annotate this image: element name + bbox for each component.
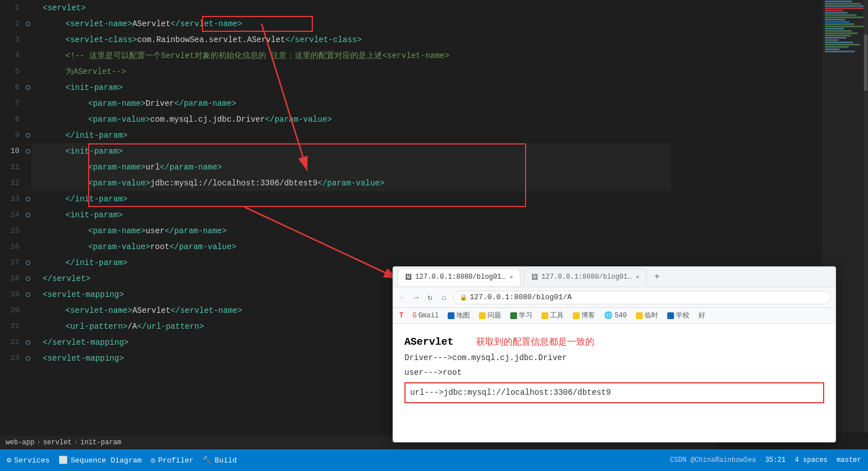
ln-16: 16 xyxy=(0,239,19,255)
spaces-indicator: 4 spaces xyxy=(795,456,828,464)
ln-18: 18 xyxy=(0,271,19,287)
content-line-url: url--->jdbc:mysql://localhost:3306/dbtes… xyxy=(410,386,819,400)
gd-2 xyxy=(24,16,31,32)
status-right: CSDN @ChinaRainbowSea 35:21 4 spaces mas… xyxy=(670,456,861,464)
bm-gmail-icon: G xyxy=(412,312,416,320)
ln-14: 14 xyxy=(0,207,19,223)
gd-21 xyxy=(24,319,31,334)
gd-15 xyxy=(24,223,31,239)
ln-5: 5 xyxy=(0,64,19,80)
ln-20: 20 xyxy=(0,303,19,319)
tab-close-1[interactable]: ✕ xyxy=(510,274,513,280)
bookmark-540[interactable]: 🌐 540 xyxy=(601,310,630,321)
ln-19: 19 xyxy=(0,287,19,303)
code-line-2: <servlet-name>AServlet</servlet-name> xyxy=(31,16,671,32)
servlet-subtitle: 获取到的配置信息都是一致的 xyxy=(476,334,594,351)
code-line-4: <!-- 这里是可以配置一个Servlet对象的初始化信息的 注意：这里的配置对… xyxy=(31,48,671,64)
gd-9 xyxy=(24,127,31,143)
ln-3: 3 xyxy=(0,32,19,48)
bookmark-hao[interactable]: 好 xyxy=(696,309,708,321)
bookmark-gmail[interactable]: G Gmail xyxy=(410,311,441,321)
new-tab-button[interactable]: + xyxy=(650,270,664,284)
sequence-button[interactable]: ⬜ Sequence Diagram xyxy=(59,456,142,465)
bookmark-study[interactable]: 学习 xyxy=(507,309,535,321)
ln-6: 6 xyxy=(0,80,19,96)
bookmark-temp[interactable]: 临时 xyxy=(633,309,661,321)
tab-label-2: 127.0.0.1:8080/blog01/B xyxy=(542,273,633,281)
tab-close-2[interactable]: ✕ xyxy=(636,274,639,280)
ln-7: 7 xyxy=(0,96,19,111)
content-line-user: user--->root xyxy=(404,366,824,380)
profiler-label: Profiler xyxy=(158,456,193,465)
home-button[interactable]: ⌂ xyxy=(439,292,448,303)
url-bar[interactable]: 🔒 127.0.0.1:8080/blog01/A xyxy=(453,291,831,304)
reload-button[interactable]: ↻ xyxy=(425,291,435,303)
line-col-indicator: 35:21 xyxy=(765,456,786,464)
tab-favicon-1: 🖼 xyxy=(405,273,412,282)
bookmark-school[interactable]: 学校 xyxy=(664,309,692,321)
bookmark-map[interactable]: 地图 xyxy=(445,309,473,321)
bm-blog-icon xyxy=(573,312,580,319)
gd-4 xyxy=(24,48,31,64)
profiler-button[interactable]: ◎ Profiler xyxy=(151,456,193,465)
services-button[interactable]: ⚙ Services xyxy=(7,456,49,465)
url-text: 127.0.0.1:8080/blog01/A xyxy=(470,293,572,301)
code-line-3: <servlet-class>com.RainbowSea.servlet.AS… xyxy=(31,32,671,48)
forward-button[interactable]: → xyxy=(411,292,420,303)
ln-4: 4 xyxy=(0,48,19,64)
back-button[interactable]: ← xyxy=(398,292,407,303)
build-button[interactable]: 🔨 Build xyxy=(202,456,237,465)
breadcrumb-webpp[interactable]: web-app xyxy=(6,439,34,447)
gd-3 xyxy=(24,32,31,48)
build-label: Build xyxy=(214,456,237,465)
breadcrumb-sep-2: › xyxy=(74,439,78,447)
code-line-8: <param-value>com.mysql.cj.jdbc.Driver</p… xyxy=(31,111,671,127)
bm-globe-icon: 🌐 xyxy=(604,311,613,320)
gd-12 xyxy=(24,175,31,191)
ln-10: 10 xyxy=(0,143,19,159)
content-line-url-box: url--->jdbc:mysql://localhost:3306/dbtes… xyxy=(404,382,824,403)
breadcrumb-initparam[interactable]: init-param xyxy=(80,439,121,447)
content-line-driver: Driver--->com.mysql.cj.jdbc.Driver xyxy=(404,351,824,365)
gd-18 xyxy=(24,271,31,287)
code-line-5: 为AServlet--> xyxy=(31,64,671,80)
bookmark-t[interactable]: T xyxy=(396,311,406,321)
code-line-10: <init-param> xyxy=(31,143,671,159)
gd-17 xyxy=(24,255,31,271)
build-icon: 🔨 xyxy=(202,456,212,465)
sequence-icon: ⬜ xyxy=(59,456,68,465)
status-bar: ⚙ Services ⬜ Sequence Diagram ◎ Profiler… xyxy=(0,449,868,471)
ln-8: 8 xyxy=(0,111,19,127)
gd-5 xyxy=(24,64,31,80)
browser-toolbar: ← → ↻ ⌂ 🔒 127.0.0.1:8080/blog01/A xyxy=(393,287,836,308)
ln-2: 2 xyxy=(0,16,19,32)
code-line-16: <param-value>root</param-value> xyxy=(31,239,671,255)
breadcrumb-servlet[interactable]: servlet xyxy=(43,439,72,447)
gd-16 xyxy=(24,239,31,255)
bookmark-blog[interactable]: 博客 xyxy=(570,309,598,321)
gd-7 xyxy=(24,96,31,111)
bm-temp-icon xyxy=(636,312,643,319)
ln-1: 1 xyxy=(0,0,19,16)
code-line-7: <param-name>Driver</param-name> xyxy=(31,96,671,111)
ln-13: 13 xyxy=(0,191,19,207)
code-line-15: <param-name>user</param-name> xyxy=(31,223,671,239)
branch-indicator[interactable]: master xyxy=(837,456,861,464)
browser-tab-1[interactable]: 🖼 127.0.0.1:8080/blog01/A ✕ xyxy=(398,268,520,286)
tab-label-1: 127.0.0.1:8080/blog01/A xyxy=(415,273,506,281)
code-line-1: <servlet> xyxy=(31,0,671,16)
bookmark-tools[interactable]: 工具 xyxy=(539,309,567,321)
gd-8 xyxy=(24,111,31,127)
ln-15: 15 xyxy=(0,223,19,239)
lock-icon: 🔒 xyxy=(460,294,468,301)
browser-tab-2[interactable]: 🖼 127.0.0.1:8080/blog01/B ✕ xyxy=(524,268,647,286)
gd-10 xyxy=(24,143,31,159)
ln-12: 12 xyxy=(0,175,19,191)
code-line-13: </init-param> xyxy=(31,191,671,207)
minimap-scrollbar[interactable] xyxy=(863,0,868,432)
gutter-dots xyxy=(24,0,31,432)
gd-11 xyxy=(24,159,31,175)
ln-9: 9 xyxy=(0,127,19,143)
servlet-title: AServlet xyxy=(404,333,453,351)
bookmark-issues[interactable]: 问题 xyxy=(476,309,504,321)
